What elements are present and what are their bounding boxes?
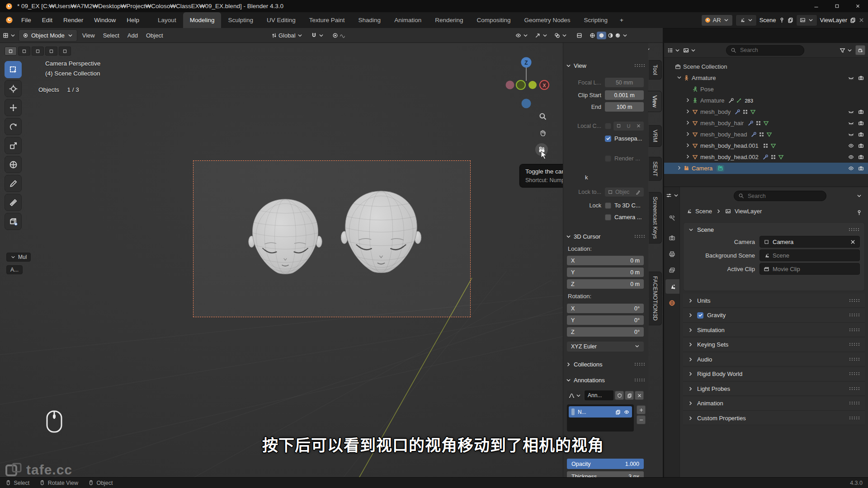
panel-grip[interactable] [849, 314, 860, 317]
expander-icon[interactable] [685, 108, 691, 114]
annotations-section-header[interactable]: Annotations [566, 375, 646, 385]
camera-render-icon[interactable] [858, 109, 864, 115]
properties-tab-viewlayer[interactable] [664, 263, 679, 277]
shading-solid-active[interactable] [597, 32, 606, 39]
panel-grip[interactable] [635, 363, 646, 366]
background-scene-field[interactable]: Scene [760, 249, 860, 261]
outliner-row-camera[interactable]: Camera [664, 163, 868, 174]
search-input[interactable] [747, 192, 807, 200]
remove-viewlayer-icon[interactable] [859, 17, 864, 23]
render-region-checkbox[interactable] [605, 155, 611, 162]
workspace-tab-rendering[interactable]: Rendering [428, 12, 470, 28]
menu-window[interactable]: Window [89, 14, 121, 26]
zoom-button[interactable] [536, 110, 549, 122]
fake-user-button[interactable] [615, 391, 624, 400]
collections-section-header[interactable]: Collections [566, 359, 646, 369]
menu-help[interactable]: Help [121, 14, 145, 26]
proportional-editing-icon[interactable] [332, 33, 338, 38]
sidebar-tab-vrm[interactable]: VRM [649, 125, 662, 147]
add-layer-button[interactable] [637, 405, 646, 414]
tool-rotate[interactable] [5, 118, 22, 135]
section-audio[interactable]: Audio [683, 352, 865, 366]
cursor-section-header[interactable]: 3D Cursor [566, 231, 646, 241]
panel-grip[interactable] [849, 372, 860, 375]
select-mode-set[interactable] [5, 47, 17, 56]
workspace-tab-geometry-nodes[interactable]: Geometry Nodes [518, 12, 577, 28]
section-simulation[interactable]: Simulation [683, 323, 865, 337]
workspace-tab-layout[interactable]: Layout [151, 12, 183, 28]
clear-icon[interactable] [636, 123, 641, 128]
workspace-tab-sculpting[interactable]: Sculpting [221, 12, 260, 28]
properties-options-icon[interactable] [856, 193, 862, 199]
section-animation[interactable]: Animation [683, 397, 865, 411]
eye-closed-icon[interactable] [848, 120, 854, 126]
panel-grip[interactable] [849, 358, 860, 361]
gizmos-icon[interactable] [535, 33, 541, 38]
minimize-button[interactable] [806, 0, 826, 12]
view-section-header[interactable]: View [566, 61, 646, 70]
clip-start-field[interactable]: 0.001 m [605, 90, 644, 100]
pin-icon[interactable] [856, 210, 862, 216]
clip-end-field[interactable]: 100 m [605, 102, 644, 112]
camera-render-icon[interactable] [858, 75, 864, 81]
shading-rendered-icon[interactable] [615, 33, 621, 38]
eyedropper-icon[interactable] [636, 189, 641, 195]
panel-grip[interactable] [635, 235, 646, 238]
focal-length-field[interactable]: 50 mm [605, 78, 644, 87]
tool-cursor[interactable] [5, 80, 22, 97]
tool-transform[interactable] [5, 156, 22, 173]
passepartout-checkbox[interactable] [605, 136, 611, 142]
expander-icon[interactable] [676, 75, 682, 80]
opacity-slider[interactable]: Opacity 1.000 [567, 459, 644, 469]
section-rigid-body-world[interactable]: Rigid Body World [683, 367, 865, 381]
cursor-location-x-field[interactable]: X0 m [567, 256, 644, 265]
outliner-row-mesh-body-head-002[interactable]: mesh_body_head.002 [664, 151, 868, 163]
viewlayer-name-field[interactable]: ViewLayer [820, 17, 864, 23]
search-input[interactable] [739, 47, 800, 54]
outliner-row-pose[interactable]: Pose [664, 84, 868, 95]
camera-render-icon[interactable] [858, 154, 864, 160]
sidebar-tab-tool[interactable]: Tool [649, 60, 662, 80]
properties-tab-tool[interactable] [664, 211, 679, 225]
unlink-button[interactable] [635, 391, 644, 400]
operator-panel[interactable]: Mul [6, 253, 31, 262]
outliner-row-mesh-body-head[interactable]: mesh_body_head [664, 129, 868, 140]
section-gravity[interactable]: Gravity [683, 309, 865, 323]
maximize-button[interactable] [826, 0, 847, 12]
workspace-tab-texture-paint[interactable]: Texture Paint [302, 12, 352, 28]
camera-render-icon[interactable] [858, 131, 864, 137]
thickness-slider[interactable]: Thickness 3 px [567, 471, 644, 477]
section-keying-sets[interactable]: Keying Sets [683, 338, 865, 352]
eye-closed-icon[interactable] [848, 75, 854, 81]
eye-closed-icon[interactable] [848, 109, 854, 115]
outliner-row-armature[interactable]: Armature [664, 72, 868, 84]
outliner-row-mesh-body-hair[interactable]: mesh_body_hair [664, 117, 868, 129]
close-button[interactable] [847, 0, 868, 12]
tool-add-primitive[interactable] [5, 213, 22, 230]
menu-render[interactable]: Render [58, 14, 89, 26]
select-mode-intersect[interactable] [59, 47, 71, 56]
workspace-tab-compositing[interactable]: Compositing [470, 12, 517, 28]
viewport-menu-add[interactable]: Add [123, 30, 142, 41]
section-custom-properties[interactable]: Custom Properties [683, 411, 865, 425]
properties-tab-world[interactable] [664, 296, 679, 310]
outliner-editor-button[interactable] [667, 47, 680, 53]
section-units[interactable]: Units [683, 294, 865, 308]
scene-name-field[interactable]: Scene [760, 17, 793, 23]
expander-icon[interactable] [685, 142, 691, 148]
panel-grip[interactable] [849, 228, 860, 231]
camera-object-slot-icon[interactable] [616, 123, 621, 128]
workspace-tab-animation[interactable]: Animation [387, 12, 428, 28]
xray-icon[interactable] [576, 33, 582, 38]
expander-icon[interactable] [685, 154, 691, 160]
scene-panel-header[interactable]: Scene [684, 223, 864, 234]
tool-scale[interactable] [5, 137, 22, 154]
shading-wireframe-icon[interactable] [590, 33, 595, 38]
expander-icon[interactable] [685, 97, 691, 103]
cursor-location-z-field[interactable]: Z0 m [567, 279, 644, 289]
menu-edit[interactable]: Edit [37, 14, 58, 26]
panel-grip[interactable] [849, 299, 860, 302]
breadcrumb-viewlayer[interactable]: ViewLayer [735, 208, 762, 215]
viewport-menu-object[interactable]: Object [142, 30, 167, 41]
tool-move[interactable] [5, 99, 22, 116]
